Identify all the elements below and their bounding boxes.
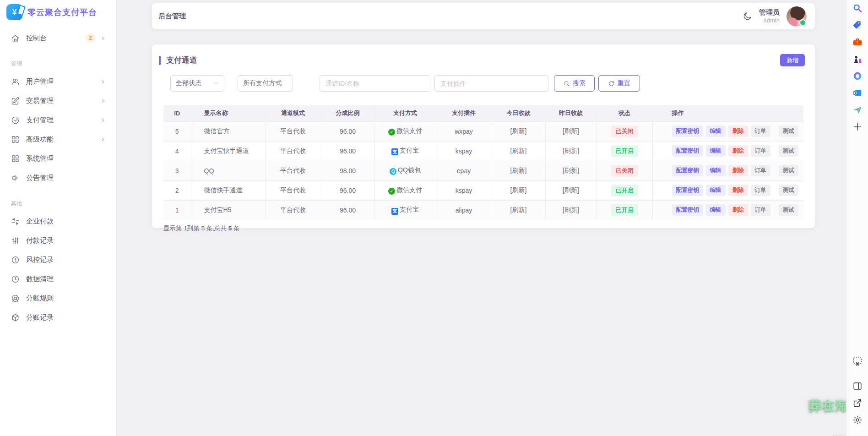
users-icon — [11, 77, 20, 86]
table-row: 4支付宝快手通道平台代收96.00支支付宝kspay[刷新][刷新]已开启配置密… — [163, 141, 803, 161]
browser-ext-settings-icon[interactable] — [852, 414, 863, 425]
channel-id-input[interactable] — [320, 75, 430, 92]
action-delete-button[interactable]: 删除 — [728, 125, 748, 137]
box-icon — [11, 313, 20, 322]
sidebar-item-clock[interactable]: 数据清理 — [0, 269, 116, 289]
sidebar-item-chrome[interactable]: 分账规则 — [0, 289, 116, 308]
edit-icon — [11, 97, 20, 105]
browser-ext-add-icon[interactable] — [852, 121, 863, 132]
refresh-today-link[interactable]: [刷新] — [510, 186, 527, 194]
search-button[interactable]: 搜索 — [554, 75, 595, 92]
dark-mode-moon-icon[interactable] — [743, 11, 752, 21]
action-test-button[interactable]: 测试 — [779, 204, 798, 216]
browser-ext-external-link-icon[interactable] — [852, 398, 863, 409]
channel-table: ID显示名称通道模式分成比例支付方式支付插件今日收款昨日收款状态操作 5微信官方… — [163, 105, 803, 220]
chevron-right-icon — [99, 98, 106, 104]
action-order-button[interactable]: 订单 — [751, 204, 770, 216]
reset-button[interactable]: 重置 — [598, 75, 640, 92]
content-area: 后台管理 管理员 admin 支付通道 新增 全部状态 所有支付方式 — [117, 0, 846, 436]
action-test-button[interactable]: 测试 — [779, 165, 798, 176]
action-test-button[interactable]: 测试 — [779, 145, 798, 157]
browser-ext-telegram-icon[interactable] — [852, 104, 863, 115]
user-menu[interactable]: 管理员 admin — [759, 8, 780, 24]
sidebar-item-console[interactable]: 控制台 2 — [0, 28, 116, 48]
sidebar-item-box[interactable]: 分账记录 — [0, 308, 116, 327]
browser-ext-search-icon[interactable] — [852, 3, 863, 14]
refresh-today-link[interactable]: [刷新] — [510, 206, 527, 213]
avatar[interactable] — [787, 6, 807, 27]
table-row: 2微信快手通道平台代收96.00✓微信支付kspay[刷新][刷新]已开启配置密… — [163, 180, 803, 200]
add-button[interactable]: 新增 — [780, 54, 805, 66]
wechat-pay-icon: ✓ — [388, 188, 395, 195]
action-edit-button[interactable]: 编辑 — [706, 185, 726, 196]
action-edit-button[interactable]: 编辑 — [706, 204, 726, 216]
action-config-key-button[interactable]: 配置密钥 — [672, 165, 703, 176]
action-config-key-button[interactable]: 配置密钥 — [672, 145, 703, 157]
refresh-yesterday-link[interactable]: [刷新] — [563, 167, 579, 174]
action-order-button[interactable]: 订单 — [751, 145, 770, 157]
sidebar-item-grid[interactable]: 高级功能 — [0, 130, 116, 149]
sidebar-item-grid[interactable]: 系统管理 — [0, 149, 116, 168]
status-select[interactable]: 全部状态 — [170, 75, 224, 92]
chevron-right-icon — [99, 136, 106, 143]
brand: ¥ 零云聚合支付平台 — [0, 0, 116, 23]
brand-title: 零云聚合支付平台 — [27, 7, 97, 18]
action-delete-button[interactable]: 删除 — [728, 204, 748, 216]
action-test-button[interactable]: 测试 — [779, 125, 798, 137]
sidebar-item-slack[interactable]: 企业付款 — [0, 212, 116, 231]
browser-ext-split-view-icon[interactable] — [852, 381, 863, 392]
check-circle-icon — [11, 116, 20, 125]
user-name: 管理员 — [759, 8, 780, 17]
payment-channel-panel: 支付通道 新增 全部状态 所有支付方式 搜索 重置 — [152, 44, 815, 228]
action-config-key-button[interactable]: 配置密钥 — [672, 185, 703, 196]
chevron-right-icon — [99, 78, 106, 85]
sidebar-item-sliders[interactable]: 付款记录 — [0, 231, 116, 250]
search-icon — [563, 80, 570, 87]
chevron-right-icon — [99, 117, 106, 124]
action-edit-button[interactable]: 编辑 — [706, 165, 726, 176]
action-edit-button[interactable]: 编辑 — [706, 125, 726, 137]
sliders-icon — [11, 236, 20, 245]
action-order-button[interactable]: 订单 — [751, 165, 770, 176]
sidebar-item-users[interactable]: 用户管理 — [0, 72, 116, 91]
browser-ext-chess-icon[interactable] — [852, 54, 863, 65]
sidebar-item-alert-circle[interactable]: 风控记录 — [0, 250, 116, 269]
refresh-yesterday-link[interactable]: [刷新] — [563, 186, 579, 194]
browser-ext-tag-icon[interactable] — [852, 20, 863, 31]
action-test-button[interactable]: 测试 — [779, 185, 798, 196]
brand-logo-icon: ¥ — [6, 4, 22, 20]
pay-method-select[interactable]: 所有支付方式 — [238, 75, 293, 92]
action-order-button[interactable]: 订单 — [751, 185, 770, 196]
action-edit-button[interactable]: 编辑 — [706, 145, 726, 157]
browser-ext-loop-icon[interactable] — [852, 71, 863, 82]
action-delete-button[interactable]: 删除 — [728, 185, 748, 196]
browser-ext-snip-icon[interactable] — [852, 356, 863, 367]
action-config-key-button[interactable]: 配置密钥 — [672, 204, 703, 216]
column-header: 昨日收款 — [545, 105, 597, 121]
action-delete-button[interactable]: 删除 — [728, 145, 748, 157]
status-badge: 已开启 — [611, 145, 638, 157]
refresh-yesterday-link[interactable]: [刷新] — [563, 206, 579, 213]
column-header: 支付插件 — [436, 105, 492, 121]
action-order-button[interactable]: 订单 — [751, 125, 770, 137]
action-config-key-button[interactable]: 配置密钥 — [672, 125, 703, 137]
refresh-today-link[interactable]: [刷新] — [510, 147, 527, 154]
sidebar-item-check-circle[interactable]: 支付管理 — [0, 110, 116, 130]
refresh-yesterday-link[interactable]: [刷新] — [563, 127, 579, 135]
table-pagination-summary: 显示第 1到第 5 条,总共 5 条 — [163, 224, 815, 233]
status-badge: 已开启 — [611, 204, 638, 216]
page-title: 后台管理 — [158, 12, 186, 21]
sidebar-section-title: 其他 — [0, 187, 116, 212]
sidebar-item-volume[interactable]: 公告管理 — [0, 168, 116, 187]
column-header: 今日收款 — [492, 105, 545, 121]
browser-ext-toolbox-icon[interactable] — [852, 37, 863, 48]
sidebar-item-edit[interactable]: 交易管理 — [0, 91, 116, 110]
refresh-today-link[interactable]: [刷新] — [510, 127, 527, 135]
pay-plugin-input[interactable] — [434, 75, 548, 92]
browser-ext-outlook-icon[interactable] — [852, 87, 863, 98]
refresh-yesterday-link[interactable]: [刷新] — [563, 147, 579, 154]
wechat-pay-icon: ✓ — [388, 129, 395, 136]
action-delete-button[interactable]: 删除 — [728, 165, 748, 176]
chevron-right-icon — [99, 35, 106, 42]
refresh-today-link[interactable]: [刷新] — [510, 167, 527, 174]
